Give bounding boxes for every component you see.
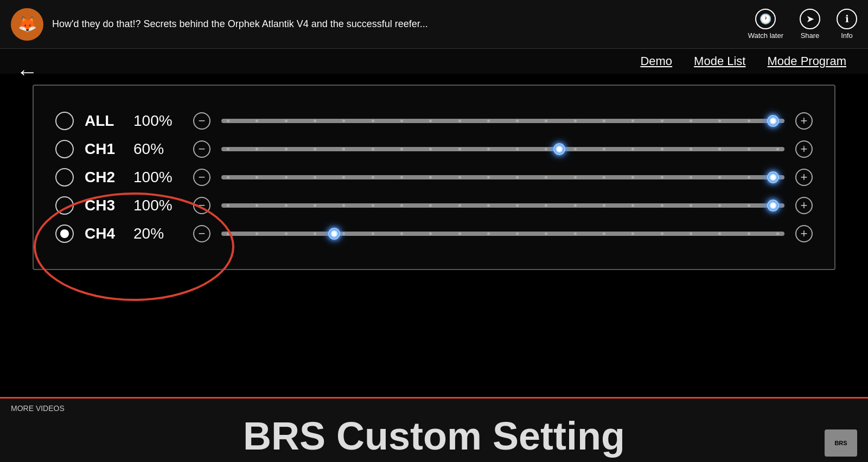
channel-pct-all: 100%: [133, 112, 182, 130]
info-icon: ℹ: [837, 9, 857, 29]
video-title: How'd they do that!? Secrets behind the …: [52, 18, 737, 30]
minus-button-ch1[interactable]: −: [193, 140, 210, 158]
more-videos-label: MORE VIDEOS: [11, 404, 65, 413]
slider-thumb-ch1[interactable]: [553, 143, 565, 155]
nav-bar: ← Demo Mode List Mode Program: [0, 49, 868, 74]
mode-list-link[interactable]: Mode List: [694, 54, 745, 68]
mode-program-link[interactable]: Mode Program: [767, 54, 846, 68]
slider-thumb-ch3[interactable]: [767, 200, 779, 211]
demo-link[interactable]: Demo: [640, 54, 672, 68]
channel-pct-ch1: 60%: [133, 140, 182, 158]
header: 🦊 How'd they do that!? Secrets behind th…: [0, 0, 868, 49]
watch-later-label: Watch later: [748, 31, 783, 40]
channel-row-ch4: CH420%−+: [55, 224, 813, 243]
minus-button-ch4[interactable]: −: [193, 225, 210, 242]
info-label: Info: [841, 31, 853, 40]
minus-button-ch3[interactable]: −: [193, 197, 210, 214]
channel-avatar[interactable]: 🦊: [11, 8, 43, 41]
slider-all[interactable]: [221, 116, 784, 126]
channel-pct-ch2: 100%: [133, 169, 182, 186]
slider-thumb-ch4[interactable]: [328, 228, 340, 240]
main-content: ALL100%−+CH160%−+CH2100%−+CH3100%−+CH420…: [33, 85, 835, 270]
slider-ch2[interactable]: [221, 172, 784, 183]
slider-ch3[interactable]: [221, 200, 784, 211]
watch-later-button[interactable]: 🕐 Watch later: [748, 9, 783, 40]
info-button[interactable]: ℹ Info: [837, 9, 857, 40]
share-label: Share: [801, 31, 820, 40]
channel-label-all: ALL: [85, 112, 123, 130]
radio-ch1[interactable]: [55, 140, 74, 158]
slider-thumb-all[interactable]: [767, 115, 779, 127]
bottom-title: BRS Custom Setting: [0, 403, 868, 458]
plus-button-ch4[interactable]: +: [795, 225, 813, 242]
share-button[interactable]: ➤ Share: [800, 9, 820, 40]
channel-pct-ch3: 100%: [133, 197, 182, 214]
channel-pct-ch4: 20%: [133, 225, 182, 242]
plus-button-ch1[interactable]: +: [795, 140, 813, 158]
minus-button-ch2[interactable]: −: [193, 169, 210, 186]
channel-label-ch2: CH2: [85, 169, 123, 186]
slider-thumb-ch2[interactable]: [767, 171, 779, 183]
back-button[interactable]: ←: [16, 60, 38, 84]
minus-button-all[interactable]: −: [193, 112, 210, 130]
share-icon: ➤: [800, 9, 820, 29]
radio-ch4[interactable]: [55, 224, 74, 243]
channel-label-ch3: CH3: [85, 197, 123, 214]
channel-row-ch2: CH2100%−+: [55, 168, 813, 187]
radio-all[interactable]: [55, 112, 74, 130]
brs-logo: BRS: [825, 429, 857, 457]
watch-later-icon: 🕐: [755, 9, 776, 29]
plus-button-all[interactable]: +: [795, 112, 813, 130]
plus-button-ch3[interactable]: +: [795, 197, 813, 214]
radio-ch2[interactable]: [55, 168, 74, 187]
slider-ch1[interactable]: [221, 144, 784, 155]
channel-row-ch3: CH3100%−+: [55, 196, 813, 215]
slider-ch4[interactable]: [221, 228, 784, 239]
bottom-bar: MORE VIDEOS BRS Custom Setting BRS: [0, 397, 868, 462]
plus-button-ch2[interactable]: +: [795, 169, 813, 186]
channel-row-ch1: CH160%−+: [55, 140, 813, 158]
header-actions: 🕐 Watch later ➤ Share ℹ Info: [748, 9, 857, 40]
channel-label-ch1: CH1: [85, 140, 123, 158]
channel-label-ch4: CH4: [85, 225, 123, 242]
radio-ch3[interactable]: [55, 196, 74, 215]
channel-row-all: ALL100%−+: [55, 112, 813, 130]
